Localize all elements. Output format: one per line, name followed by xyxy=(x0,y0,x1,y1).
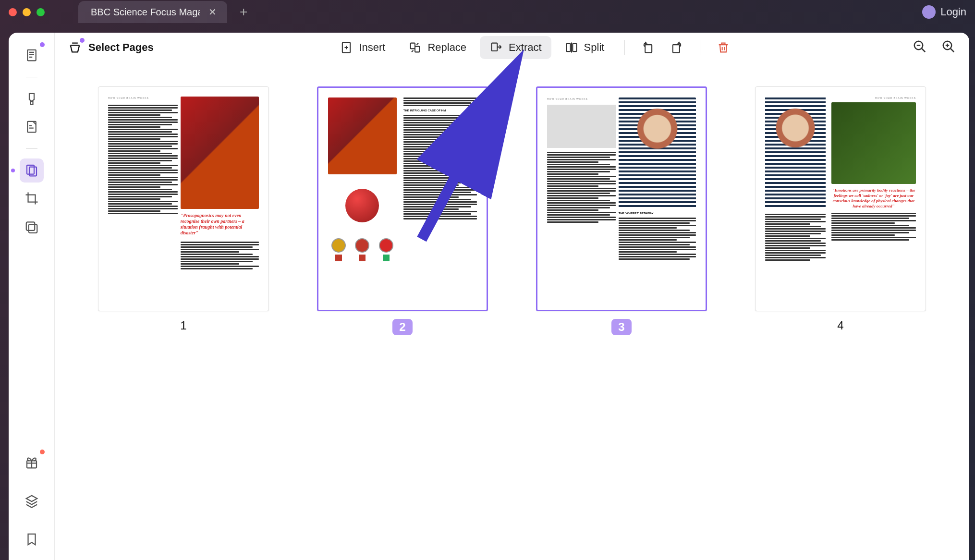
rotate-left-icon xyxy=(641,41,655,54)
document-tab[interactable]: BBC Science Focus Magaz ✕ xyxy=(78,1,227,23)
split-icon xyxy=(565,41,578,54)
zoom-group xyxy=(913,39,956,56)
svg-rect-11 xyxy=(566,44,570,51)
select-pages-button[interactable]: Select Pages xyxy=(68,41,154,54)
article-subtitle: THE 'WHERE?' PATHWAY xyxy=(619,212,696,215)
sidebar-highlight[interactable] xyxy=(20,87,44,111)
split-label: Split xyxy=(584,41,605,54)
svg-rect-8 xyxy=(411,43,415,49)
select-pages-label: Select Pages xyxy=(88,41,154,54)
page-number: 4 xyxy=(837,319,843,332)
svg-rect-10 xyxy=(492,43,498,51)
page-thumbnail[interactable]: HOW YOUR BRAIN WORKS THE 'WHERE?' PATHWA… xyxy=(536,86,707,536)
rotate-right-icon xyxy=(670,41,683,54)
sidebar-annotate[interactable] xyxy=(20,115,44,139)
insert-button[interactable]: Insert xyxy=(330,36,395,59)
sidebar-layers[interactable] xyxy=(20,489,44,513)
sidebar-bookmark[interactable] xyxy=(20,527,44,551)
redact-icon xyxy=(24,219,39,233)
page-header: HOW YOUR BRAIN WORKS xyxy=(108,97,178,100)
zoom-in-icon xyxy=(941,39,956,54)
page-number: 2 xyxy=(392,319,412,335)
svg-rect-0 xyxy=(27,50,36,61)
page-header: HOW YOUR BRAIN WORKS xyxy=(547,97,616,101)
svg-rect-13 xyxy=(646,45,652,52)
page-number: 1 xyxy=(180,319,186,332)
close-tab-icon[interactable]: ✕ xyxy=(208,6,217,18)
page-preview: HOW YOUR BRAIN WORKS "Emotions are prima… xyxy=(755,86,926,311)
new-tab-button[interactable]: + xyxy=(240,4,247,20)
page-preview: THE INTRIGUING CASE OF HM xyxy=(317,86,488,311)
option-circle xyxy=(355,238,369,253)
avatar-icon xyxy=(922,5,936,19)
svg-rect-12 xyxy=(573,44,576,51)
article-photo xyxy=(181,97,259,209)
check-mark-icon xyxy=(383,255,390,261)
delete-button[interactable] xyxy=(711,36,736,59)
trash-icon xyxy=(717,41,730,54)
main-panel: Select Pages Insert Replace Extract Sp xyxy=(55,33,969,560)
page-number: 3 xyxy=(611,319,631,335)
notification-dot-icon xyxy=(40,42,45,47)
login-label: Login xyxy=(940,6,966,18)
titlebar: BBC Science Focus Magaz ✕ + Login xyxy=(0,0,975,24)
replace-icon xyxy=(408,41,422,54)
tab-strip: BBC Science Focus Magaz ✕ + xyxy=(78,1,247,23)
maximize-window-button[interactable] xyxy=(37,8,45,16)
rotate-left-button[interactable] xyxy=(635,36,660,59)
tab-title: BBC Science Focus Magaz xyxy=(91,7,200,18)
notification-dot-icon xyxy=(40,450,45,454)
svg-rect-5 xyxy=(28,224,37,233)
split-button[interactable]: Split xyxy=(555,36,614,59)
sidebar-pages[interactable] xyxy=(20,43,44,67)
sidebar-crop[interactable] xyxy=(20,186,44,210)
option-circle xyxy=(331,238,346,253)
bookmark-icon xyxy=(24,532,39,547)
article-photo xyxy=(328,177,397,234)
toolbar: Select Pages Insert Replace Extract Sp xyxy=(55,33,969,62)
active-indicator-icon xyxy=(11,169,15,172)
svg-rect-4 xyxy=(26,222,35,231)
minimize-window-button[interactable] xyxy=(23,8,31,16)
sidebar-redact[interactable] xyxy=(20,214,44,238)
zoom-in-button[interactable] xyxy=(941,39,956,56)
article-subtitle: THE INTRIGUING CASE OF HM xyxy=(403,109,477,112)
article-photo xyxy=(831,102,916,184)
x-mark-icon xyxy=(335,255,342,261)
zoom-out-button[interactable] xyxy=(913,39,927,56)
article-quote: "Prosopagnosics may not even recognise t… xyxy=(181,213,259,236)
replace-button[interactable]: Replace xyxy=(399,36,476,59)
pages-icon xyxy=(24,48,39,62)
sidebar-organize[interactable] xyxy=(20,158,44,183)
extract-label: Extract xyxy=(509,41,541,54)
separator xyxy=(700,40,700,55)
divider xyxy=(26,77,37,77)
page-preview: HOW YOUR BRAIN WORKS THE 'WHERE?' PATHWA… xyxy=(536,86,707,311)
page-thumbnail[interactable]: HOW YOUR BRAIN WORKS "Emotions are prima… xyxy=(755,86,926,536)
page-grid: HOW YOUR BRAIN WORKS "Prosopagnosics may… xyxy=(55,62,969,560)
select-icon xyxy=(68,41,82,54)
app-window: Select Pages Insert Replace Extract Sp xyxy=(9,33,969,560)
separator xyxy=(624,40,625,55)
page-thumbnail[interactable]: THE INTRIGUING CASE OF HM 2 xyxy=(317,86,488,536)
page-thumbnail[interactable]: HOW YOUR BRAIN WORKS "Prosopagnosics may… xyxy=(98,86,269,536)
page-preview: HOW YOUR BRAIN WORKS "Prosopagnosics may… xyxy=(98,86,269,311)
rotate-right-button[interactable] xyxy=(664,36,689,59)
highlight-icon xyxy=(24,92,39,106)
extract-icon xyxy=(489,41,503,54)
option-circle xyxy=(379,238,393,253)
gift-icon xyxy=(24,455,39,470)
divider xyxy=(26,148,37,149)
notification-dot-icon xyxy=(80,38,85,43)
article-photo xyxy=(328,97,397,174)
zoom-out-icon xyxy=(913,39,927,54)
close-window-button[interactable] xyxy=(9,8,17,16)
login-area[interactable]: Login xyxy=(922,5,966,19)
crop-icon xyxy=(24,191,39,206)
tool-group: Insert Replace Extract Split xyxy=(330,36,736,59)
replace-label: Replace xyxy=(427,41,466,54)
organize-icon xyxy=(24,163,39,178)
insert-icon xyxy=(340,41,353,54)
sidebar-gift[interactable] xyxy=(20,450,44,475)
extract-button[interactable]: Extract xyxy=(480,36,551,59)
